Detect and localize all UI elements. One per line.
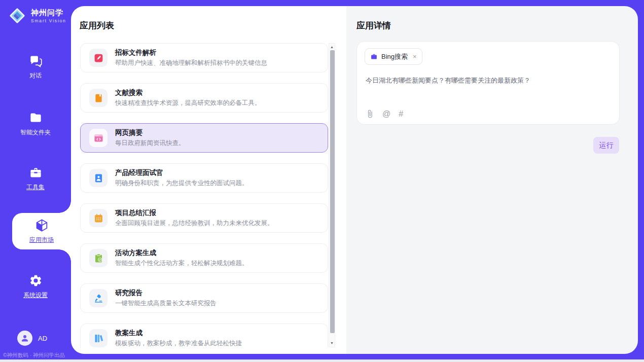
app-list-item[interactable]: 活动方案生成 智能生成个性化活动方案，轻松解决规划难题。 [80,243,328,273]
brand-name: 神州问学 [31,8,63,17]
composer-toolbar: @# [366,110,403,118]
prompt-input[interactable]: 今日湖北有哪些新闻要点？有哪些需要关注的最新政策？ [366,76,611,86]
sidebar-item-label: 应用市场 [29,236,54,244]
scroll-down-icon[interactable]: ▼ [329,340,335,346]
sidebar-item-label: 系统设置 [23,291,48,300]
sidebar-item-folder[interactable]: 智能文件夹 [0,110,71,137]
window-bottom-edge [0,359,644,362]
tool-tag-close-icon[interactable]: × [413,53,417,60]
plan-icon [93,253,104,264]
app-list-item[interactable]: 研究报告 一键智能生成高质量长文本研究报告 [80,283,328,313]
scroll-up-icon[interactable]: ▲ [329,44,335,50]
app-list-item[interactable]: 产品经理面试官 明确身份和职责，为您提供专业性的面试问题。 [80,163,328,193]
briefcase-icon [370,53,378,60]
at-icon[interactable]: @ [382,110,390,118]
sidebar-item-label: 智能文件夹 [20,128,51,137]
app-list-panel: 应用列表 招标文件解析 帮助用户快速、准确地理解和解析招标书中的关键信息 文献搜… [71,6,346,354]
main-content: 应用列表 招标文件解析 帮助用户快速、准确地理解和解析招标书中的关键信息 文献搜… [71,6,638,354]
gem-logo-icon [8,6,27,25]
sidebar-item-label: 对话 [29,71,42,80]
tool-tag-bing[interactable]: Bing搜索 × [365,48,422,65]
app-list-item[interactable]: 网页摘要 每日政府新闻资讯快查。 [80,123,328,153]
app-list-item[interactable]: 教案生成 模板驱动，教案秒成，教学准备从此轻松快捷 [80,323,328,348]
sidebar-item-label: 工具集 [26,183,45,192]
cube-icon [12,218,71,233]
tender-doc-icon [93,53,104,63]
avatar [17,331,32,346]
sidebar-item-gear[interactable]: 系统设置 [0,273,71,300]
brand-logo: 神州问学 Smart Vision [8,6,66,25]
app-list-item[interactable]: 项目总结汇报 全面回顾项目进展，总结经验教训，助力未来优化发展。 [80,203,328,233]
sidebar-item-toolbox[interactable]: 工具集 [0,165,71,192]
app-detail-panel: 应用详情 Bing搜索 × 今日湖北有哪些新闻要点？有哪些需要关注的最新政策？ … [346,6,638,354]
scrollbar[interactable]: ▲ ▼ [329,43,335,347]
gear-icon [0,273,71,288]
sidebar: 神州问学 Smart Vision 对话 智能文件夹 工具集 应用市场 系统设置… [0,0,71,362]
research-icon [93,293,104,304]
sidebar-item-chat[interactable]: 对话 [0,53,71,80]
lesson-icon [93,333,104,344]
interview-icon [93,173,104,184]
copyright-text: ©神州数码 · 神州问学出品 [3,352,71,359]
user-initials: AD [38,335,47,342]
brand-tagline: Smart Vision [31,18,66,23]
toolbox-icon [0,165,71,180]
app-list: 招标文件解析 帮助用户快速、准确地理解和解析招标书中的关键信息 文献搜索 快速精… [80,43,328,348]
tool-tag-label: Bing搜索 [381,52,408,61]
app-list-item[interactable]: 文献搜索 快速精准查找学术资源，提高研究效率的必备工具。 [80,83,328,113]
app-list-item[interactable]: 招标文件解析 帮助用户快速、准确地理解和解析招标书中的关键信息 [80,43,328,73]
webpage-icon [93,133,104,143]
user-profile[interactable]: AD [17,331,47,346]
run-button[interactable]: 运行 [593,137,619,154]
user-icon [20,334,29,343]
app-list-title: 应用列表 [80,20,114,31]
scrollbar-thumb[interactable] [330,50,335,333]
hash-icon[interactable]: # [399,110,403,118]
folder-icon [0,110,71,125]
book-icon [93,93,104,103]
paperclip-icon[interactable] [366,110,374,118]
app-detail-title: 应用详情 [356,20,391,31]
prompt-composer[interactable]: Bing搜索 × 今日湖北有哪些新闻要点？有哪些需要关注的最新政策？ @# [356,41,620,125]
summary-icon [93,213,104,224]
sidebar-item-cube[interactable]: 应用市场 [12,213,71,249]
chat-icon [0,53,71,68]
